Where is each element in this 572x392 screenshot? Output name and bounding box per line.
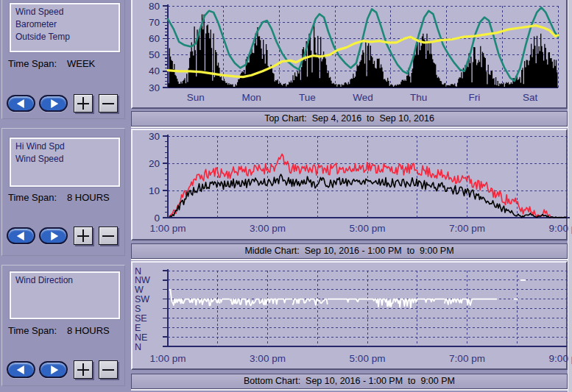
legend-item[interactable]: Barometer [11, 18, 119, 31]
time-span-label: Time Span: [8, 192, 57, 203]
left-arrow-icon [16, 232, 24, 240]
control-group-bottom-chart: Wind Direction Time Span: 8 HOURS [1, 265, 125, 386]
plus-icon-vertical [82, 97, 84, 110]
y-tick-label: 10 [149, 185, 160, 196]
x-axis-label: 3:00 pm [250, 223, 286, 234]
series-wind-direction-segment [220, 299, 230, 302]
legend-item[interactable]: Outside Temp [11, 31, 119, 43]
x-axis-label: 3:00 pm [250, 353, 286, 364]
minus-icon [102, 369, 114, 371]
y-tick-label: NW [135, 275, 150, 285]
control-group-top-chart: Wind Speed Barometer Outside Temp Time S… [1, 0, 125, 119]
next-button[interactable] [39, 227, 68, 244]
series-wind-direction-segment [292, 299, 327, 305]
series-wind-direction-segment [375, 299, 420, 308]
next-button[interactable] [39, 95, 68, 112]
right-arrow-icon [51, 366, 58, 374]
legend-item[interactable]: Hi Wind Spd [11, 140, 119, 153]
series-wind-direction-segment [445, 299, 472, 305]
y-tick-label: 30 [149, 82, 160, 93]
x-axis-label: 1:00 pm [150, 223, 186, 234]
x-axis-label: Sun [187, 92, 205, 103]
x-axis-label: 9:00 pm [549, 223, 572, 234]
next-button[interactable] [39, 361, 68, 378]
legend-listbox-bottom[interactable]: Wind Direction [10, 271, 120, 319]
left-arrow-icon [16, 99, 24, 108]
top-chart-plot[interactable]: 304050607080SunMonTueWedThuFriSat [131, 0, 572, 109]
x-axis-label: 5:00 pm [350, 353, 386, 364]
y-tick-label: W [135, 285, 144, 295]
y-tick-label: 70 [149, 17, 160, 28]
left-arrow-icon [16, 366, 24, 374]
time-span-row: Time Span: 8 HOURS [8, 192, 57, 203]
x-axis-label: 5:00 pm [350, 223, 386, 234]
middle-chart-caption: Middle Chart: Sep 10, 2016 - 1:00 PM to … [131, 243, 568, 259]
legend-listbox-top[interactable]: Wind Speed Barometer Outside Temp [10, 3, 120, 52]
time-span-value: 8 HOURS [67, 325, 110, 336]
zoom-out-button[interactable] [99, 360, 118, 379]
y-tick-label: 30 [149, 131, 160, 142]
bottom-chart-plot[interactable]: NNEESESSWWNWN1:00 pm3:00 pm5:00 pm7:00 p… [131, 261, 572, 370]
time-span-label: Time Span: [8, 58, 57, 69]
y-tick-label: SE [135, 313, 147, 324]
minus-icon [102, 103, 114, 104]
y-tick-label: N [135, 266, 141, 277]
x-axis-label: Tue [299, 92, 316, 103]
x-axis-label: 7:00 pm [449, 223, 485, 234]
y-tick-label: S [135, 304, 141, 314]
x-axis-label: Thu [410, 92, 427, 103]
time-span-value: WEEK [67, 58, 95, 69]
weather-chart-window: Wind Speed Barometer Outside Temp Time S… [0, 0, 572, 392]
zoom-out-button[interactable] [99, 94, 118, 113]
y-tick-label: SW [135, 294, 149, 304]
time-span-label: Time Span: [8, 325, 57, 336]
time-span-row: Time Span: 8 HOURS [8, 325, 57, 336]
prev-button[interactable] [7, 227, 35, 244]
series-wind-direction-segment [278, 299, 292, 303]
zoom-out-button[interactable] [99, 227, 118, 245]
series-wind-direction-segment [328, 299, 375, 302]
y-tick-label: NE [135, 332, 147, 343]
legend-listbox-middle[interactable]: Hi Wind Spd Wind Speed [10, 138, 120, 187]
plus-icon-vertical [82, 229, 84, 242]
y-tick-label: 0 [154, 213, 160, 224]
y-tick-label: 80 [149, 1, 160, 12]
x-axis-label: Fri [469, 92, 481, 103]
time-span-value: 8 HOURS [67, 192, 110, 203]
prev-button[interactable] [7, 95, 35, 112]
right-arrow-icon [51, 232, 58, 240]
series-wind-direction-segment [420, 299, 445, 302]
y-tick-label: 20 [149, 158, 160, 169]
x-axis-label: Sat [523, 92, 538, 103]
legend-item[interactable]: Wind Speed [11, 6, 119, 18]
zoom-in-button[interactable] [74, 360, 93, 379]
x-axis-label: 9:00 pm [549, 353, 572, 364]
y-tick-label: 60 [149, 33, 160, 44]
legend-item[interactable]: Wind Direction [11, 274, 119, 287]
series-wind-direction-segment [230, 299, 278, 306]
x-axis-label: Wed [353, 92, 373, 103]
top-chart-caption: Top Chart: Sep 4, 2016 to Sep 10, 2016 [131, 111, 568, 126]
right-arrow-icon [51, 99, 58, 108]
middle-chart-plot[interactable]: 01020301:00 pm3:00 pm5:00 pm7:00 pm9:00 … [131, 129, 572, 240]
bottom-chart-caption: Bottom Chart: Sep 10, 2016 - 1:00 PM to … [131, 374, 568, 389]
x-axis-label: Mon [241, 92, 261, 103]
series-wind-direction-segment [169, 290, 172, 302]
plus-icon-vertical [82, 363, 84, 376]
minus-icon [102, 235, 114, 237]
control-group-middle-chart: Hi Wind Spd Wind Speed Time Span: 8 HOUR… [1, 128, 125, 256]
zoom-in-button[interactable] [74, 227, 93, 245]
x-axis-label: 7:00 pm [449, 353, 485, 364]
zoom-in-button[interactable] [74, 94, 93, 113]
y-tick-label: E [135, 323, 141, 333]
x-axis-label: 1:00 pm [150, 353, 186, 364]
time-span-row: Time Span: WEEK [8, 58, 57, 69]
y-tick-label: 50 [149, 49, 160, 60]
series-wind-direction-segment [172, 299, 220, 306]
prev-button[interactable] [7, 361, 35, 378]
legend-item[interactable]: Wind Speed [11, 153, 119, 165]
y-tick-label: 40 [149, 65, 160, 76]
y-tick-label: N [135, 342, 141, 352]
